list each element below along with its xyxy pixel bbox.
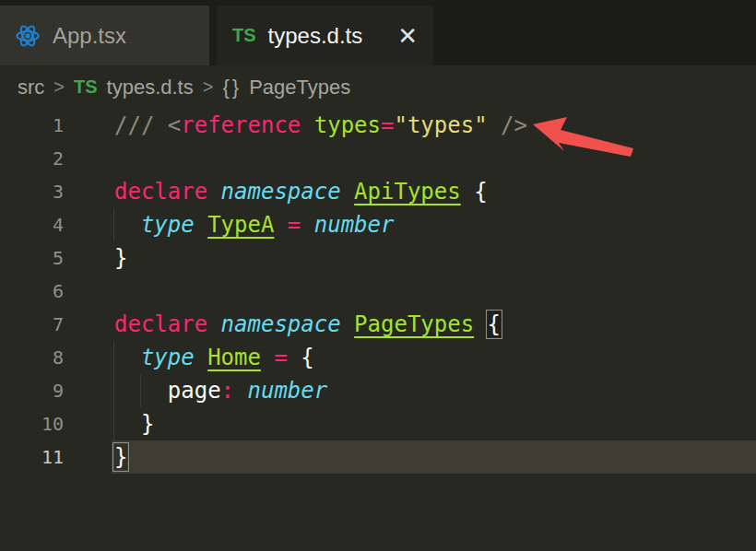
code-line: 8 type Home = { [0, 341, 756, 374]
code-line: 6 [0, 275, 756, 308]
code-token: reference [181, 112, 301, 138]
code-token [114, 212, 141, 238]
code-token [474, 311, 487, 337]
line-number[interactable]: 10 [0, 407, 112, 440]
code-line-content[interactable]: type Home = { [112, 341, 756, 374]
react-icon [15, 24, 41, 48]
code-token: type [141, 212, 195, 238]
tab-App.tsx[interactable]: App.tsx [0, 6, 209, 65]
code-line: 1/// <reference types="types" /> [0, 109, 756, 142]
code-line: 2 [0, 142, 756, 175]
indent-guide [113, 208, 114, 241]
code-token: = [288, 212, 301, 238]
code-line-content[interactable] [112, 142, 756, 175]
code-token: /// < [114, 112, 181, 138]
breadcrumb-label: types.d.ts [107, 76, 194, 100]
code-token: } [114, 411, 154, 437]
line-number[interactable]: 9 [0, 374, 112, 407]
code-token: namespace [221, 311, 341, 337]
code-token [195, 345, 207, 370]
code-token: /> [501, 112, 527, 138]
code-token [341, 311, 354, 337]
chevron-right-icon: > [53, 76, 65, 98]
code-line: 10 } [0, 407, 756, 440]
code-line-content[interactable]: } [112, 407, 756, 440]
line-number[interactable]: 2 [0, 142, 112, 175]
code-token [301, 112, 313, 138]
indent-guide [113, 407, 114, 440]
code-line: 11} [0, 440, 756, 474]
code-line: 3declare namespace ApiTypes { [0, 175, 756, 208]
indent-guide [140, 374, 141, 407]
code-token: number [314, 212, 395, 238]
code-token [234, 378, 247, 404]
breadcrumb-item-types.d.ts[interactable]: TStypes.d.ts [74, 76, 194, 100]
code-token: } [114, 245, 127, 271]
bracket-match: } [114, 444, 127, 470]
code-token: = [274, 345, 287, 370]
line-number[interactable]: 6 [0, 275, 112, 308]
line-number[interactable]: 7 [0, 308, 112, 341]
line-number[interactable]: 8 [0, 341, 112, 374]
breadcrumb: src>TStypes.d.ts>{}PageTypes [0, 65, 756, 109]
line-number[interactable]: 3 [0, 175, 112, 208]
chevron-right-icon: > [203, 76, 214, 98]
line-number[interactable]: 1 [0, 109, 112, 142]
tab-label: types.d.ts [268, 23, 363, 49]
code-line: 7declare namespace PageTypes { [0, 308, 756, 341]
code-line-content[interactable]: page: number [112, 374, 756, 407]
code-token: Home [207, 345, 261, 370]
code-token: type [141, 345, 195, 370]
indent-guide [113, 374, 114, 407]
code-token [261, 345, 274, 370]
line-number[interactable]: 4 [0, 208, 112, 241]
code-token: ApiTypes [354, 179, 461, 205]
close-icon[interactable]: ✕ [397, 24, 418, 48]
code-line-content[interactable]: } [112, 241, 756, 275]
code-token [341, 179, 354, 205]
tab-types.d.ts[interactable]: TStypes.d.ts✕ [217, 6, 433, 65]
code-token [207, 311, 220, 337]
braces-symbol-icon: {} [222, 76, 242, 100]
typescript-icon: TS [74, 76, 98, 98]
code-token [195, 212, 207, 238]
code-token: PageTypes [354, 311, 474, 337]
vscode-window: App.tsxTStypes.d.ts✕ src>TStypes.d.ts>{}… [0, 0, 756, 474]
indent-guide [113, 341, 114, 374]
code-token [274, 212, 287, 238]
code-line-content[interactable]: } [112, 440, 756, 474]
code-token [301, 212, 313, 238]
tab-bar: App.tsxTStypes.d.ts✕ [0, 0, 756, 65]
code-line-content[interactable]: type TypeA = number [112, 208, 756, 241]
code-line: 5} [0, 241, 756, 275]
code-line-content[interactable] [112, 275, 756, 308]
code-token: : [221, 378, 234, 404]
code-token: { [461, 179, 488, 205]
code-line: 4 type TypeA = number [0, 208, 756, 241]
code-editor[interactable]: 1/// <reference types="types" />23declar… [0, 109, 756, 474]
code-line-content[interactable]: declare namespace ApiTypes { [112, 175, 756, 208]
code-line-content[interactable]: /// <reference types="types" /> [112, 109, 756, 142]
code-line-content[interactable]: declare namespace PageTypes { [112, 308, 756, 341]
breadcrumb-item-src[interactable]: src [18, 76, 44, 100]
code-token [207, 179, 220, 205]
code-token [114, 345, 141, 370]
line-number[interactable]: 5 [0, 241, 112, 275]
code-token: number [248, 378, 328, 404]
code-token: types [314, 112, 381, 138]
typescript-icon: TS [232, 25, 256, 46]
code-token: declare [114, 311, 207, 337]
code-token [488, 112, 501, 138]
tab-label: App.tsx [53, 23, 126, 49]
code-token: { [288, 345, 314, 370]
breadcrumb-label: src [18, 76, 44, 100]
bracket-match: { [488, 311, 501, 337]
code-token: TypeA [207, 212, 274, 238]
code-token: page [168, 378, 221, 404]
code-token: "types" [394, 112, 487, 138]
line-number[interactable]: 11 [0, 440, 112, 474]
code-token: namespace [221, 179, 341, 205]
breadcrumb-item-PageTypes[interactable]: {}PageTypes [222, 76, 350, 100]
code-line: 9 page: number [0, 374, 756, 407]
breadcrumb-label: PageTypes [249, 76, 350, 100]
